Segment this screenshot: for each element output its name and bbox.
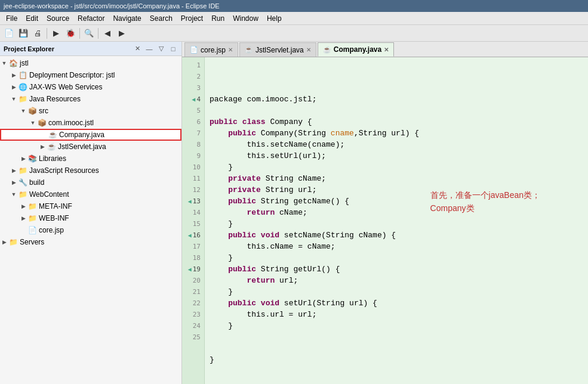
code-text: Company { (266, 116, 312, 128)
toolbar-print[interactable]: 🖨 (31, 27, 44, 40)
menu-search[interactable]: Search (146, 13, 176, 24)
toolbar-new[interactable]: 📄 (2, 27, 16, 40)
line-num-16: ◀16 (182, 230, 204, 241)
toolbar-fwd[interactable]: ▶ (115, 27, 128, 40)
tree-arrow-build[interactable]: ▶ (10, 178, 18, 187)
explorer-panel: Project Explorer ✕ — ▽ □ ▼🏠jstl▶📋Deploym… (0, 42, 182, 384)
toolbar-save[interactable]: 💾 (17, 27, 30, 40)
tree-label-metainf: META-INF (39, 202, 72, 210)
line-numbers: 123◀456789101112◀131415◀161718◀192021222… (182, 57, 205, 384)
keyword: public (228, 196, 256, 207)
tree-item-javares[interactable]: ▼📁Java Resources (0, 93, 181, 105)
tree-item-jstl[interactable]: ▼🏠jstl (0, 57, 181, 69)
code-line-15: } (210, 252, 583, 264)
tree-item-pkg[interactable]: ▼📦com.imooc.jstl (0, 117, 181, 129)
tree-item-webinf[interactable]: ▶📁WEB-INF (0, 212, 181, 224)
tree-item-jaxws[interactable]: ▶🌐JAX-WS Web Services (0, 81, 181, 93)
code-line-24: } (210, 354, 583, 366)
code-line-13: public void setcName(String cName) { (210, 230, 583, 241)
keyword: public (210, 116, 238, 128)
tree-arrow-src[interactable]: ▼ (19, 107, 27, 115)
toolbar-debug[interactable]: 🐞 (64, 27, 77, 40)
tree-item-dd[interactable]: ▶📋Deployment Descriptor: jstl (0, 69, 181, 81)
menu-source[interactable]: Source (43, 13, 73, 24)
code-line-23 (210, 343, 583, 354)
menu-file[interactable]: File (2, 13, 21, 24)
code-text (210, 196, 228, 207)
tree-arrow-pkg[interactable]: ▼ (29, 119, 37, 127)
code-text: getcName() { (293, 196, 349, 207)
tree-arrow-jstl[interactable]: ▼ (0, 59, 8, 67)
tab-jstlservlet[interactable]: ☕JstlServlet.java✕ (239, 42, 316, 57)
tree-item-webcontent[interactable]: ▼📁WebContent (0, 188, 181, 200)
tree-arrow-dd[interactable]: ▶ (10, 71, 18, 79)
code-text: String cName; (261, 173, 326, 184)
tree-icon-jaxws: 🌐 (18, 82, 27, 92)
line-num-23: 23 (182, 309, 204, 320)
tree-item-src[interactable]: ▼📦src (0, 105, 181, 117)
panel-minimize-icon[interactable]: — (144, 44, 154, 54)
toolbar-run[interactable]: ▶ (50, 27, 63, 40)
tree-label-company: Company.java (59, 131, 104, 139)
tree-item-company[interactable]: ☕Company.java (0, 129, 181, 141)
tree-icon-libs: 📚 (27, 154, 37, 163)
tab-close-corejsp[interactable]: ✕ (228, 47, 233, 53)
panel-header: Project Explorer ✕ — ▽ □ (0, 42, 181, 56)
tree-label-javares: Java Resources (29, 95, 81, 103)
line-num-25: 25 (182, 332, 204, 343)
tab-close-company[interactable]: ✕ (384, 47, 389, 53)
line-num-2: 2 (182, 71, 204, 82)
tab-close-jstlservlet[interactable]: ✕ (306, 47, 311, 53)
tree-item-corejsp[interactable]: 📄core.jsp (0, 224, 181, 236)
code-editor[interactable]: 123◀456789101112◀131415◀161718◀192021222… (182, 57, 588, 384)
tab-label-corejsp: core.jsp (201, 46, 226, 54)
code-line-1: package com.imooc.jstl; (210, 94, 583, 105)
code-line-10: public String getcName() { (210, 196, 583, 207)
panel-max-icon[interactable]: □ (168, 44, 178, 54)
tree-item-libs[interactable]: ▶📚Libraries (0, 153, 181, 165)
tree-item-jstlservlet[interactable]: ▶☕JstlServlet.java (0, 141, 181, 153)
arrow-4: ◀ (192, 94, 195, 105)
toolbar-sep1 (47, 28, 47, 39)
line-num-7: 7 (182, 128, 204, 139)
code-content[interactable]: package com.imooc.jstl; public class Com… (205, 57, 588, 384)
tree-arrow-webinf[interactable]: ▶ (19, 214, 27, 222)
toolbar-search[interactable]: 🔍 (82, 27, 96, 40)
menu-bar: File Edit Source Refactor Navigate Searc… (0, 12, 588, 25)
explorer-title: Project Explorer (4, 45, 130, 52)
tree-item-build[interactable]: ▶🔧build (0, 176, 181, 188)
tree-arrow-jaxws[interactable]: ▶ (10, 83, 18, 91)
tree-label-jsres: JavaScript Resources (29, 166, 99, 175)
toolbar-back[interactable]: ◀ (101, 27, 114, 40)
tree-arrow-servers[interactable]: ▶ (0, 238, 8, 246)
menu-run[interactable]: Run (208, 13, 228, 24)
editor-area: 123◀456789101112◀131415◀161718◀192021222… (182, 57, 588, 384)
menu-edit[interactable]: Edit (22, 13, 42, 24)
code-text (210, 173, 228, 184)
tree-arrow-webcontent[interactable]: ▼ (10, 190, 18, 199)
panel-close-icon[interactable]: ✕ (133, 44, 142, 54)
tree-arrow-metainf[interactable]: ▶ (19, 202, 27, 210)
code-text: } (210, 320, 233, 332)
code-text: url) { (391, 128, 419, 139)
tree-label-jstlservlet: JstlServlet.java (58, 143, 106, 151)
menu-project[interactable]: Project (177, 13, 207, 24)
menu-window[interactable]: Window (229, 13, 262, 24)
editor-panel: 📄core.jsp✕☕JstlServlet.java✕☕Company.jav… (182, 42, 588, 384)
tree-item-metainf[interactable]: ▶📁META-INF (0, 200, 181, 212)
tree-item-jsres[interactable]: ▶📁JavaScript Resources (0, 165, 181, 176)
tree-arrow-jsres[interactable]: ▶ (10, 166, 18, 175)
menu-help[interactable]: Help (263, 13, 285, 24)
menu-navigate[interactable]: Navigate (109, 13, 144, 24)
tree-arrow-jstlservlet[interactable]: ▶ (38, 143, 47, 151)
tab-company[interactable]: ☕Company.java✕ (318, 42, 394, 57)
code-text: this.url = url; (210, 309, 316, 320)
panel-menu-icon[interactable]: ▽ (156, 44, 166, 54)
tab-corejsp[interactable]: 📄core.jsp✕ (184, 42, 238, 57)
menu-refactor[interactable]: Refactor (74, 13, 108, 24)
code-text: this.cName = cName; (210, 241, 335, 252)
tree-arrow-javares[interactable]: ▼ (10, 95, 18, 103)
code-text: } (210, 286, 233, 298)
tree-arrow-libs[interactable]: ▶ (19, 154, 27, 163)
tree-item-servers[interactable]: ▶📁Servers (0, 236, 181, 248)
